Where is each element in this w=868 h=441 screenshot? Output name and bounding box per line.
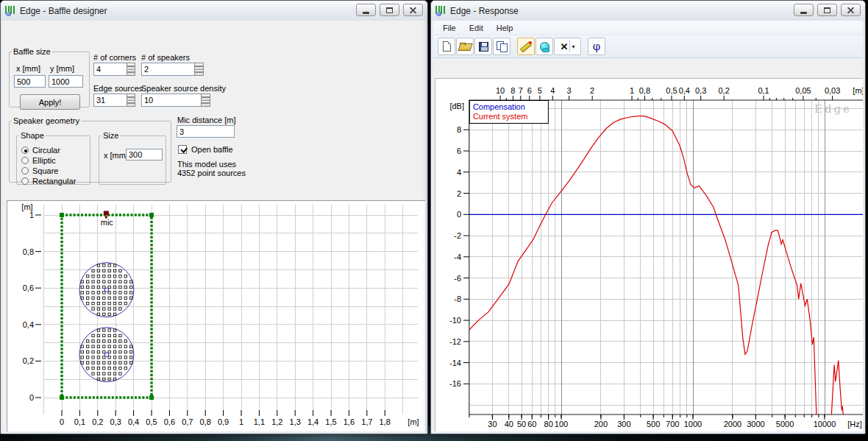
save-button[interactable] <box>474 38 492 55</box>
maximize-button[interactable] <box>380 4 399 16</box>
svg-text:2: 2 <box>457 189 461 198</box>
svg-text:3: 3 <box>567 86 572 95</box>
shape-elliptic-radio[interactable]: Elliptic <box>21 156 56 165</box>
open-baffle-checkbox[interactable]: Open baffle <box>178 145 233 154</box>
menu-help[interactable]: Help <box>490 22 520 34</box>
response-plot-border <box>469 100 863 414</box>
copy-button[interactable] <box>493 38 511 55</box>
baffle-plot[interactable]: 00,10,20,30,40,50,60,70,80,911,11,21,31,… <box>7 201 425 431</box>
density-up-icon[interactable] <box>201 94 210 101</box>
shape-square-radio[interactable]: Square <box>21 166 58 175</box>
svg-text:8: 8 <box>457 125 461 134</box>
corners-up-icon[interactable] <box>127 63 135 70</box>
phase-button[interactable]: φ <box>588 38 605 55</box>
density-spinner[interactable] <box>141 94 210 107</box>
mic-label: mic <box>101 218 114 227</box>
svg-text:80: 80 <box>544 420 553 428</box>
checkbox-icon <box>178 145 187 154</box>
speaker-geometry-legend: Speaker geometry <box>12 117 81 125</box>
close-button[interactable] <box>841 4 861 16</box>
corners-input[interactable] <box>93 63 127 76</box>
svg-text:40: 40 <box>505 420 513 428</box>
edge-sources-spinner[interactable] <box>93 94 135 107</box>
legend-compensation: Compensation <box>473 102 525 111</box>
baffle-x-label: x [mm] <box>16 64 40 73</box>
baffle-y-input[interactable] <box>49 75 83 88</box>
menu-file[interactable]: File <box>436 22 463 34</box>
edge-watermark: Edge <box>814 102 852 116</box>
corners-down-icon[interactable] <box>127 70 135 77</box>
maximize-button[interactable] <box>817 4 837 16</box>
minimize-button[interactable] <box>356 4 376 16</box>
minimize-button[interactable] <box>794 4 814 16</box>
baffle-plot-panel: 00,10,20,30,40,50,60,70,80,911,11,21,31,… <box>7 200 425 431</box>
shape-circular-radio[interactable]: Circular <box>21 146 60 155</box>
baffle-titlebar[interactable]: Edge - Baffle designer <box>1 1 427 21</box>
speakers-up-icon[interactable] <box>194 63 204 70</box>
pencil-icon <box>520 40 532 52</box>
edge-sources-input[interactable] <box>93 94 127 107</box>
speaker-center-marker <box>105 353 109 356</box>
svg-text:1,6: 1,6 <box>344 417 355 426</box>
size-x-input[interactable] <box>126 149 163 160</box>
svg-text:2: 2 <box>590 86 594 95</box>
svg-text:4: 4 <box>550 86 555 95</box>
bell-icon <box>540 42 549 52</box>
speaker-geometry-group: Speaker geometry Shape Circular Elliptic… <box>9 117 171 183</box>
speakers-label: # of speakers <box>141 53 190 62</box>
size-legend: Size <box>102 132 120 140</box>
svg-text:1,2: 1,2 <box>271 417 282 426</box>
speakers-input[interactable] <box>141 63 194 76</box>
delete-curve-button[interactable]: ✕ ▾ <box>554 38 581 55</box>
menubar: File Edit Help <box>433 21 863 35</box>
speakers-spinner[interactable] <box>141 63 204 76</box>
svg-text:-16: -16 <box>449 379 461 388</box>
x-axis-unit: [m] <box>408 417 419 426</box>
edge-sources-up-icon[interactable] <box>127 94 135 101</box>
mic-distance-input[interactable] <box>177 125 235 138</box>
bell-button[interactable] <box>536 38 553 55</box>
baffle-axes: 00,10,20,30,40,50,60,70,80,911,11,21,31,… <box>21 202 419 426</box>
baffle-x-input[interactable] <box>14 75 46 88</box>
open-baffle-label: Open baffle <box>191 145 233 154</box>
close-icon <box>409 6 417 14</box>
svg-text:-4: -4 <box>454 253 461 261</box>
chevron-down-icon[interactable]: ▾ <box>572 43 574 50</box>
svg-text:4: 4 <box>457 168 461 177</box>
svg-text:0,8: 0,8 <box>200 417 211 426</box>
svg-text:700: 700 <box>666 420 679 428</box>
new-document-icon <box>443 41 451 52</box>
shape-rectangular-radio[interactable]: Rectangular <box>21 177 76 186</box>
apply-button[interactable]: Apply! <box>20 94 80 110</box>
svg-text:1,1: 1,1 <box>254 417 265 426</box>
new-button[interactable] <box>438 38 455 55</box>
corners-spinner[interactable] <box>93 63 135 76</box>
open-folder-icon <box>459 43 471 51</box>
close-button[interactable] <box>403 4 423 16</box>
response-axes: [dB]86420-2-4-6-8-10-12-14-1630405060801… <box>449 86 863 428</box>
response-grid <box>469 100 863 414</box>
menu-edit[interactable]: Edit <box>463 22 490 34</box>
response-legend: CompensationCurrent system <box>469 101 548 124</box>
svg-text:1: 1 <box>239 417 243 426</box>
svg-text:0,6: 0,6 <box>23 283 34 292</box>
draw-button[interactable] <box>517 38 535 55</box>
speakers-down-icon[interactable] <box>194 70 204 77</box>
svg-text:1,7: 1,7 <box>361 417 372 426</box>
size-group: Size x [mm] <box>99 132 166 185</box>
minimize-icon <box>363 12 369 14</box>
svg-text:3000: 3000 <box>747 420 764 428</box>
edge-app-icon <box>5 6 16 16</box>
svg-text:-10: -10 <box>449 316 461 325</box>
open-button[interactable] <box>456 38 474 55</box>
svg-text:-8: -8 <box>454 294 461 303</box>
edge-sources-down-icon[interactable] <box>127 101 135 107</box>
density-input[interactable] <box>141 94 201 107</box>
density-down-icon[interactable] <box>201 101 210 107</box>
phi-icon: φ <box>593 40 601 53</box>
response-plot[interactable]: CompensationCurrent systemEdge[dB]86420-… <box>435 79 863 431</box>
svg-text:0,03: 0,03 <box>825 86 840 95</box>
response-titlebar[interactable]: Edge - Response <box>431 1 865 21</box>
svg-text:-2: -2 <box>454 231 461 240</box>
svg-text:0,9: 0,9 <box>218 417 229 426</box>
